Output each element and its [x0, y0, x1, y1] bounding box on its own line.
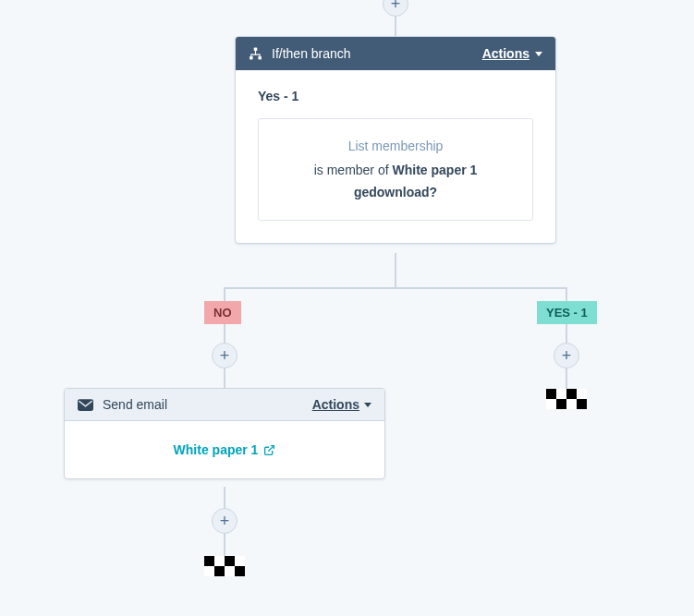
end-flag-icon: [546, 389, 587, 409]
condition-text: is member of White paper 1 gedownload?: [272, 160, 519, 204]
branch-actions-button[interactable]: Actions: [482, 46, 542, 61]
svg-rect-0: [254, 48, 258, 52]
if-then-branch-card[interactable]: If/then branch Actions Yes - 1 List memb…: [235, 36, 556, 244]
branch-card-header: If/then branch Actions: [236, 37, 555, 70]
svg-line-4: [269, 445, 274, 451]
branch-condition-box[interactable]: List membership is member of White paper…: [258, 118, 533, 221]
branch-card-body: Yes - 1 List membership is member of Whi…: [236, 70, 555, 243]
svg-rect-1: [250, 56, 253, 59]
add-step-button-after-email[interactable]: +: [212, 508, 237, 534]
external-link-icon: [263, 444, 275, 456]
branch-label-no[interactable]: NO: [204, 301, 241, 324]
email-actions-button[interactable]: Actions: [312, 397, 371, 412]
email-card-header: Send email Actions: [65, 389, 384, 421]
add-step-button-top[interactable]: +: [383, 0, 408, 17]
send-email-card[interactable]: Send email Actions White paper 1: [64, 388, 385, 479]
add-step-button-yes[interactable]: +: [554, 343, 579, 368]
sitemap-icon: [249, 47, 262, 60]
chevron-down-icon: [535, 52, 542, 56]
branch-label-yes[interactable]: YES - 1: [537, 301, 597, 324]
email-header-label: Send email: [103, 397, 167, 412]
email-template-link[interactable]: White paper 1: [174, 442, 276, 457]
svg-rect-2: [258, 56, 262, 59]
condition-type: List membership: [272, 136, 519, 158]
branch-condition-title: Yes - 1: [258, 89, 533, 103]
end-flag-icon: [204, 556, 245, 576]
chevron-down-icon: [364, 403, 371, 407]
add-step-button-no[interactable]: +: [212, 343, 237, 368]
svg-rect-3: [78, 399, 93, 411]
connector-line: [224, 287, 567, 289]
email-card-body: White paper 1: [65, 421, 384, 478]
connector-line: [395, 253, 396, 288]
branch-header-label: If/then branch: [272, 46, 351, 61]
envelope-icon: [78, 399, 93, 411]
